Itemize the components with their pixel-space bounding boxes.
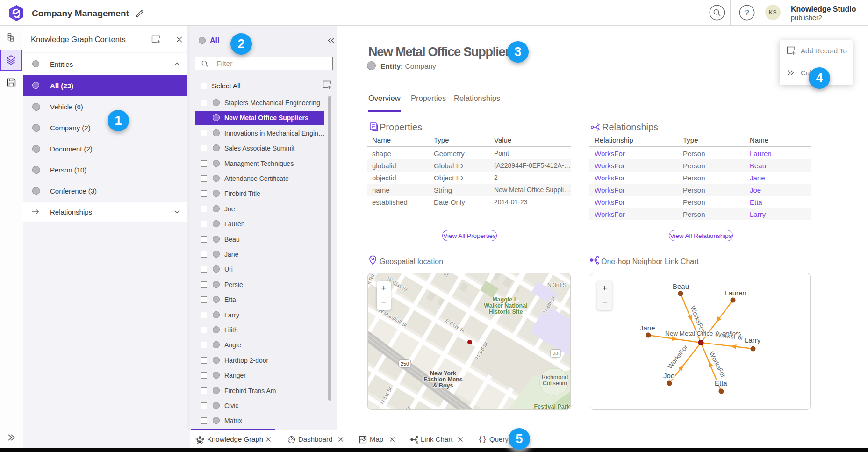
svg-text:New York: New York: [430, 370, 456, 377]
svg-text:Joe: Joe: [663, 372, 674, 380]
svg-text:Festival Park: Festival Park: [534, 403, 570, 410]
svg-text:Lauren: Lauren: [725, 289, 746, 297]
svg-text:Jane: Jane: [640, 324, 655, 332]
svg-text:Historic Site: Historic Site: [489, 309, 523, 315]
svg-text:N 3rd St: N 3rd St: [547, 282, 568, 288]
svg-text:Larry: Larry: [745, 336, 761, 344]
svg-text:Richmond: Richmond: [542, 374, 568, 380]
svg-text:?: ?: [745, 8, 749, 17]
svg-text:& Boys: & Boys: [433, 382, 453, 389]
svg-text:Maggie L.: Maggie L.: [492, 296, 519, 303]
svg-text:Walker National: Walker National: [484, 302, 527, 309]
svg-text:250: 250: [401, 361, 409, 366]
svg-text:WorksFor: WorksFor: [666, 343, 689, 370]
svg-text:Beau: Beau: [673, 282, 689, 290]
svg-text:Coliseum: Coliseum: [543, 380, 567, 387]
svg-text:33: 33: [553, 351, 559, 356]
svg-text:Fashion Mens: Fashion Mens: [423, 376, 462, 383]
svg-text:Etta: Etta: [715, 379, 727, 387]
